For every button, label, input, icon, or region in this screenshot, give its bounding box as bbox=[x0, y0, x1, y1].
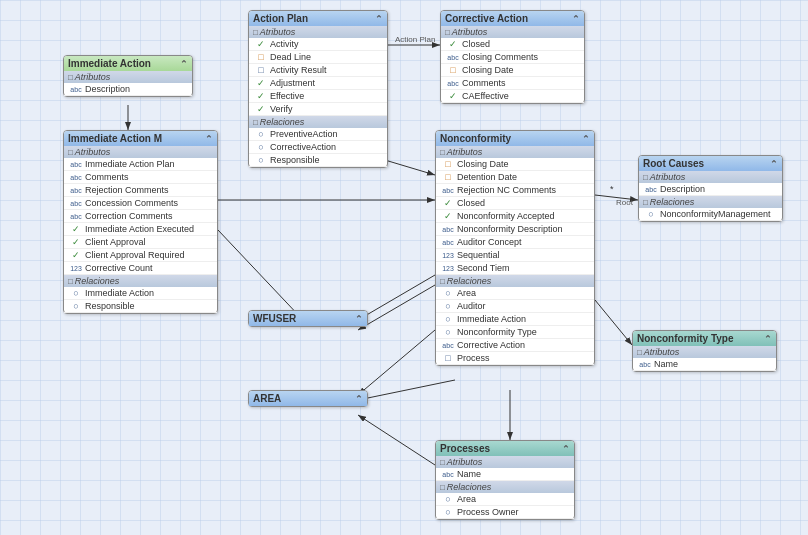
field-row-immediateActionM-1-1: ○Responsible bbox=[64, 300, 217, 313]
field-label-processes-0-0: Name bbox=[457, 469, 481, 479]
collapse-btn-correctiveAction[interactable]: ⌃ bbox=[572, 14, 580, 24]
field-label-nonconformity-0-3: Closed bbox=[457, 198, 485, 208]
field-label-immediateActionM-0-2: Rejection Comments bbox=[85, 185, 169, 195]
field-row-actionPlan-0-5: ✓Verify bbox=[249, 103, 387, 116]
collapse-btn-immediateAction[interactable]: ⌃ bbox=[180, 59, 188, 69]
field-label-rootCauses-0-0: Description bbox=[660, 184, 705, 194]
entity-title-immediateActionM: Immediate Action M bbox=[68, 133, 162, 144]
field-icon-correctiveAction-0-0: ✓ bbox=[447, 39, 459, 49]
collapse-btn-nonconformity[interactable]: ⌃ bbox=[582, 134, 590, 144]
field-row-immediateAction-0-0: abcDescription bbox=[64, 83, 192, 96]
svg-text:Root: Root bbox=[616, 198, 634, 207]
field-row-processes-0-0: abcName bbox=[436, 468, 574, 481]
entity-nonconformity: Nonconformity⌃□Atributos□Closing Date□De… bbox=[435, 130, 595, 366]
field-label-nonconformity-0-0: Closing Date bbox=[457, 159, 509, 169]
collapse-btn-wfuser[interactable]: ⌃ bbox=[355, 314, 363, 324]
field-label-immediateActionM-0-6: Client Approval bbox=[85, 237, 146, 247]
field-icon-rootCauses-0-0: abc bbox=[645, 186, 657, 193]
field-icon-nonconformity-0-2: abc bbox=[442, 187, 454, 194]
field-label-actionPlan-0-1: Dead Line bbox=[270, 52, 311, 62]
field-icon-immediateActionM-0-3: abc bbox=[70, 200, 82, 207]
entity-title-actionPlan: Action Plan bbox=[253, 13, 308, 24]
field-icon-nonconformity-0-0: □ bbox=[442, 159, 454, 169]
field-row-processes-1-1: ○Process Owner bbox=[436, 506, 574, 519]
field-icon-actionPlan-0-2: □ bbox=[255, 65, 267, 75]
svg-line-8 bbox=[595, 300, 632, 345]
field-icon-immediateActionM-0-0: abc bbox=[70, 161, 82, 168]
entity-immediateAction: Immediate Action⌃□AtributosabcDescriptio… bbox=[63, 55, 193, 97]
field-icon-processes-1-1: ○ bbox=[442, 507, 454, 517]
field-row-nonconformity-0-8: 123Second Tiem bbox=[436, 262, 594, 275]
entity-header-immediateActionM: Immediate Action M⌃ bbox=[64, 131, 217, 146]
field-row-immediateActionM-0-0: abcImmediate Action Plan bbox=[64, 158, 217, 171]
field-row-nonconformity-1-1: ○Auditor bbox=[436, 300, 594, 313]
field-label-actionPlan-1-2: Responsible bbox=[270, 155, 320, 165]
entity-area: AREA⌃ bbox=[248, 390, 368, 407]
field-icon-immediateActionM-0-8: 123 bbox=[70, 265, 82, 272]
field-icon-actionPlan-0-1: □ bbox=[255, 52, 267, 62]
field-icon-immediateActionM-0-7: ✓ bbox=[70, 250, 82, 260]
field-icon-actionPlan-0-0: ✓ bbox=[255, 39, 267, 49]
field-row-nonconformity-0-3: ✓Closed bbox=[436, 197, 594, 210]
field-icon-nonconformity-0-4: ✓ bbox=[442, 211, 454, 221]
field-icon-immediateActionM-0-2: abc bbox=[70, 187, 82, 194]
collapse-btn-area[interactable]: ⌃ bbox=[355, 394, 363, 404]
svg-line-12 bbox=[358, 285, 435, 330]
field-icon-nonconformity-0-5: abc bbox=[442, 226, 454, 233]
field-row-correctiveAction-0-0: ✓Closed bbox=[441, 38, 584, 51]
entity-header-correctiveAction: Corrective Action⌃ bbox=[441, 11, 584, 26]
field-row-processes-1-0: ○Area bbox=[436, 493, 574, 506]
field-label-immediateActionM-0-7: Client Approval Required bbox=[85, 250, 185, 260]
collapse-btn-actionPlan[interactable]: ⌃ bbox=[375, 14, 383, 24]
field-icon-nonconformity-1-2: ○ bbox=[442, 314, 454, 324]
field-icon-immediateAction-0-0: abc bbox=[70, 86, 82, 93]
field-label-nonconformity-1-0: Area bbox=[457, 288, 476, 298]
field-row-nonconformity-1-0: ○Area bbox=[436, 287, 594, 300]
svg-line-11 bbox=[358, 275, 435, 320]
field-label-actionPlan-0-5: Verify bbox=[270, 104, 293, 114]
collapse-btn-processes[interactable]: ⌃ bbox=[562, 444, 570, 454]
field-label-actionPlan-0-3: Adjustment bbox=[270, 78, 315, 88]
section-header-rootCauses-0: □Atributos bbox=[639, 171, 782, 183]
section-header-nonconformityType-0: □Atributos bbox=[633, 346, 776, 358]
field-icon-immediateActionM-1-0: ○ bbox=[70, 288, 82, 298]
collapse-btn-immediateActionM[interactable]: ⌃ bbox=[205, 134, 213, 144]
field-row-nonconformity-1-3: ○Nonconformity Type bbox=[436, 326, 594, 339]
field-row-immediateActionM-0-2: abcRejection Comments bbox=[64, 184, 217, 197]
field-icon-actionPlan-0-5: ✓ bbox=[255, 104, 267, 114]
field-row-actionPlan-1-2: ○Responsible bbox=[249, 154, 387, 167]
field-icon-nonconformity-0-6: abc bbox=[442, 239, 454, 246]
field-icon-immediateActionM-0-6: ✓ bbox=[70, 237, 82, 247]
section-header-immediateActionM-1: □Relaciones bbox=[64, 275, 217, 287]
entity-header-area: AREA⌃ bbox=[249, 391, 367, 406]
field-row-actionPlan-0-0: ✓Activity bbox=[249, 38, 387, 51]
field-row-nonconformityType-0-0: abcName bbox=[633, 358, 776, 371]
field-label-immediateActionM-0-3: Concession Comments bbox=[85, 198, 178, 208]
collapse-btn-nonconformityType[interactable]: ⌃ bbox=[764, 334, 772, 344]
field-icon-actionPlan-1-1: ○ bbox=[255, 142, 267, 152]
field-label-processes-1-0: Area bbox=[457, 494, 476, 504]
field-row-nonconformity-0-5: abcNonconformity Description bbox=[436, 223, 594, 236]
field-icon-correctiveAction-0-3: abc bbox=[447, 80, 459, 87]
section-header-rootCauses-1: □Relaciones bbox=[639, 196, 782, 208]
field-row-correctiveAction-0-2: □Closing Date bbox=[441, 64, 584, 77]
entity-wfuser: WFUSER⌃ bbox=[248, 310, 368, 327]
field-row-actionPlan-0-1: □Dead Line bbox=[249, 51, 387, 64]
section-header-nonconformity-1: □Relaciones bbox=[436, 275, 594, 287]
field-label-nonconformity-0-1: Detention Date bbox=[457, 172, 517, 182]
entity-header-immediateAction: Immediate Action⌃ bbox=[64, 56, 192, 71]
field-label-nonconformity-0-6: Auditor Concept bbox=[457, 237, 522, 247]
field-row-actionPlan-0-3: ✓Adjustment bbox=[249, 77, 387, 90]
field-icon-nonconformity-0-8: 123 bbox=[442, 265, 454, 272]
field-label-immediateActionM-0-1: Comments bbox=[85, 172, 129, 182]
collapse-btn-rootCauses[interactable]: ⌃ bbox=[770, 159, 778, 169]
field-row-actionPlan-1-1: ○CorrectiveAction bbox=[249, 141, 387, 154]
field-label-actionPlan-1-1: CorrectiveAction bbox=[270, 142, 336, 152]
field-label-actionPlan-0-0: Activity bbox=[270, 39, 299, 49]
entity-header-wfuser: WFUSER⌃ bbox=[249, 311, 367, 326]
field-icon-nonconformity-1-1: ○ bbox=[442, 301, 454, 311]
field-label-correctiveAction-0-0: Closed bbox=[462, 39, 490, 49]
field-row-nonconformity-1-2: ○Immediate Action bbox=[436, 313, 594, 326]
svg-line-10 bbox=[218, 230, 303, 320]
field-row-correctiveAction-0-4: ✓CAEffective bbox=[441, 90, 584, 103]
